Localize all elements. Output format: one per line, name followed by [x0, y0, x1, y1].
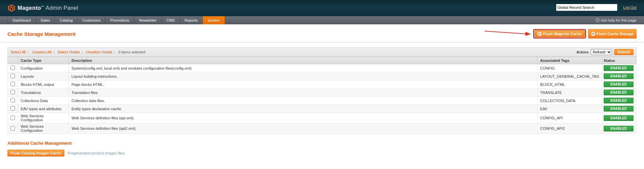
- cell-description: Web Services definition files (api2.xml)…: [69, 123, 538, 134]
- massaction-bar: Select All| Unselect All| Select Visible…: [7, 47, 637, 57]
- nav-item-cms[interactable]: CMS: [162, 16, 180, 24]
- actions-label: Actions: [577, 50, 589, 54]
- select-all-link[interactable]: Select All: [11, 50, 26, 54]
- row-checkbox[interactable]: [11, 82, 15, 86]
- cell-cache-type: Web Services Configuration: [18, 123, 69, 134]
- status-badge: ENABLED: [604, 126, 633, 131]
- status-badge: ENABLED: [604, 90, 633, 95]
- cell-cache-type: Web Services Configuration: [18, 113, 69, 123]
- magento-logo-icon: [7, 4, 16, 12]
- cell-description: System(config.xml, local.xml) and module…: [69, 64, 538, 72]
- refresh-icon: ⟳: [538, 32, 542, 36]
- unselect-all-link[interactable]: Unselect All: [32, 50, 51, 54]
- nav-item-dashboard[interactable]: Dashboard: [7, 16, 36, 24]
- col-tags[interactable]: Associated Tags: [537, 57, 602, 64]
- table-row: Collections DataCollection data files.CO…: [8, 97, 637, 105]
- cell-tags: CONFIG_API: [537, 113, 602, 123]
- table-row: Web Services ConfigurationWeb Services d…: [8, 113, 637, 123]
- nav-item-newsletter[interactable]: Newsletter: [134, 16, 162, 24]
- table-row: EAV types and attributesEntity types dec…: [8, 105, 637, 113]
- cell-cache-type: Blocks HTML output: [18, 80, 69, 89]
- cell-tags: CONFIG_API2: [537, 123, 602, 134]
- row-checkbox[interactable]: [11, 106, 15, 111]
- items-selected-count: 0 items selected: [118, 50, 145, 54]
- row-checkbox[interactable]: [11, 90, 15, 94]
- flush-magento-cache-button[interactable]: ⟳Flush Magento Cache: [535, 30, 585, 37]
- nav-item-catalog[interactable]: Catalog: [55, 16, 78, 24]
- cell-tags: CONFIG: [537, 64, 602, 72]
- table-row: Web Services ConfigurationWeb Services d…: [8, 123, 637, 134]
- row-checkbox[interactable]: [11, 66, 15, 70]
- submit-button[interactable]: Submit: [614, 49, 633, 55]
- cell-description: Web Services definition files (api.xml).: [69, 113, 538, 123]
- status-badge: ENABLED: [604, 98, 633, 103]
- additional-section-title: Additional Cache Management: [7, 141, 637, 146]
- select-visible-link[interactable]: Select Visible: [58, 50, 80, 54]
- cell-tags: COLLECTION_DATA: [537, 97, 602, 105]
- cell-cache-type: Layouts: [18, 72, 69, 80]
- status-badge: ENABLED: [604, 81, 633, 87]
- row-checkbox[interactable]: [11, 116, 15, 120]
- header: Magento™ Admin Panel Log Out: [0, 0, 644, 16]
- cell-tags: BLOCK_HTML: [537, 80, 602, 89]
- status-badge: ENABLED: [604, 115, 633, 121]
- cell-tags: EAV: [537, 105, 602, 113]
- cell-description: Page blocks HTML.: [69, 80, 538, 89]
- flush-cache-storage-button[interactable]: ⟳Flush Cache Storage: [588, 29, 637, 39]
- actions-select[interactable]: Refresh: [591, 49, 612, 55]
- col-cache-type[interactable]: Cache Type: [18, 57, 69, 64]
- flush-catalog-images-desc: Pregenerated product images files.: [68, 151, 126, 155]
- status-badge: ENABLED: [604, 106, 633, 112]
- cell-cache-type: Collections Data: [18, 97, 69, 105]
- logo-text: Magento™ Admin Panel: [18, 5, 78, 11]
- nav-item-promotions[interactable]: Promotions: [105, 16, 134, 24]
- flush-catalog-images-button[interactable]: Flush Catalog Images Cache: [7, 150, 64, 156]
- arrow-annotation: [484, 30, 531, 36]
- col-description[interactable]: Description: [69, 57, 538, 64]
- page-title: Cache Storage Management: [7, 31, 76, 37]
- col-status[interactable]: Status: [602, 57, 637, 64]
- help-link[interactable]: ? Get help for this page: [596, 16, 637, 24]
- cell-cache-type: Translations: [18, 89, 69, 97]
- unselect-visible-link[interactable]: Unselect Visible: [86, 50, 112, 54]
- table-row: ConfigurationSystem(config.xml, local.xm…: [8, 64, 637, 72]
- cell-cache-type: EAV types and attributes: [18, 105, 69, 113]
- row-checkbox[interactable]: [11, 98, 15, 102]
- nav-item-reports[interactable]: Reports: [180, 16, 203, 24]
- global-search-input[interactable]: [556, 4, 617, 11]
- navbar: DashboardSalesCatalogCustomersPromotions…: [0, 16, 644, 24]
- help-icon: ?: [596, 18, 600, 22]
- logout-link[interactable]: Log Out: [623, 5, 637, 9]
- cell-description: Collection data files.: [69, 97, 538, 105]
- cache-grid: Cache Type Description Associated Tags S…: [7, 57, 637, 134]
- nav-item-system[interactable]: System: [203, 16, 225, 24]
- row-checkbox[interactable]: [11, 126, 15, 130]
- cell-cache-type: Configuration: [18, 64, 69, 72]
- refresh-icon: ⟳: [591, 32, 595, 36]
- row-checkbox[interactable]: [11, 74, 15, 78]
- nav-item-sales[interactable]: Sales: [36, 16, 55, 24]
- table-row: LayoutsLayout building instructions.LAYO…: [8, 72, 637, 80]
- cell-description: Entity types declaration cache.: [69, 105, 538, 113]
- status-badge: ENABLED: [604, 73, 633, 79]
- logo: Magento™ Admin Panel: [7, 4, 78, 12]
- cell-tags: LAYOUT_GENERAL_CACHE_TAG: [537, 72, 602, 80]
- status-badge: ENABLED: [604, 65, 633, 71]
- table-row: Blocks HTML outputPage blocks HTML.BLOCK…: [8, 80, 637, 89]
- table-row: TranslationsTranslation files.TRANSLATEE…: [8, 89, 637, 97]
- cell-tags: TRANSLATE: [537, 89, 602, 97]
- col-checkbox: [8, 57, 18, 64]
- cell-description: Translation files.: [69, 89, 538, 97]
- cell-description: Layout building instructions.: [69, 72, 538, 80]
- nav-item-customers[interactable]: Customers: [78, 16, 105, 24]
- flush-magento-highlight: ⟳Flush Magento Cache: [533, 29, 586, 39]
- svg-line-0: [485, 31, 530, 34]
